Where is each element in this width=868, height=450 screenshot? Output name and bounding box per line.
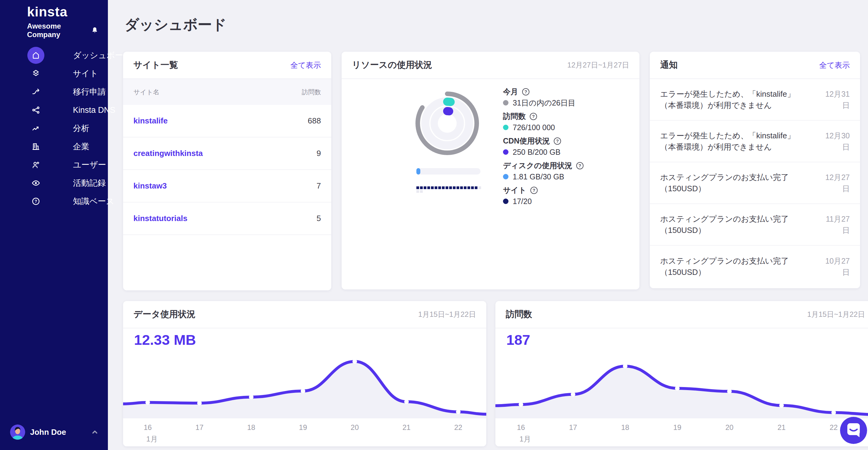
notification-text: エラーが発生したため、「kinstalife」（本番環境）が利用できません	[660, 88, 806, 111]
site-slot-segment	[475, 186, 477, 189]
data-usage-line-chart	[123, 354, 486, 418]
site-link[interactable]: kinstalife	[133, 116, 168, 126]
site-slot-segment	[416, 186, 419, 189]
sidebar-item-users[interactable]: ユーザー	[0, 156, 108, 174]
site-slot-segment	[457, 186, 459, 189]
add-user-icon	[28, 157, 44, 173]
notification-date: 11月27日	[822, 213, 850, 236]
table-row[interactable]: kinstalife 688	[123, 105, 331, 138]
stat-label: CDN使用状況	[503, 137, 550, 145]
notification-date: 12月31日	[822, 88, 850, 111]
site-list-header: サイト一覧 全て表示	[123, 52, 331, 79]
stat-label: 訪問数	[503, 112, 526, 121]
notification-text: ホスティングプランのお支払い完了（150USD）	[660, 172, 806, 194]
sidebar-item-dashboard[interactable]: ダッシュボード	[0, 46, 108, 64]
chevron-up-icon[interactable]	[90, 427, 99, 437]
stat-month: 今月 ? 31日の内の26日目	[503, 88, 584, 107]
site-visits: 5	[317, 214, 321, 223]
help-icon[interactable]: ?	[530, 113, 537, 120]
kinsta-logo: Kinsta	[27, 4, 67, 20]
notifications-bell-icon[interactable]	[91, 26, 99, 35]
table-row[interactable]: kinstatutorials 5	[123, 203, 331, 235]
resource-donut-chart	[414, 91, 480, 156]
x-axis-month-label: 1月	[146, 434, 157, 444]
legend-dot	[503, 174, 508, 179]
site-link[interactable]: kinstaw3	[133, 181, 167, 191]
site-slot-segment	[435, 186, 437, 189]
resource-stats: 今月 ? 31日の内の26日目 訪問数 ? 726/100 000	[503, 88, 584, 211]
legend-dot	[503, 100, 508, 106]
x-tick-label: 22	[454, 423, 462, 432]
data-usage-card: データ使用状況 1月15日~1月22日 12.33 MB 16171819202…	[123, 301, 486, 446]
user-name: John Doe	[30, 427, 66, 437]
notification-date: 12月30日	[822, 130, 850, 153]
view-all-sites-link[interactable]: 全て表示	[290, 60, 321, 70]
company-selector[interactable]: Awesome Company	[27, 22, 99, 39]
x-tick-label: 22	[830, 423, 838, 432]
help-icon[interactable]: ?	[576, 162, 584, 169]
site-visits: 688	[308, 116, 321, 126]
company-icon	[28, 139, 44, 154]
sidebar-item-sites[interactable]: サイト	[0, 64, 108, 83]
sidebar-item-migrations[interactable]: 移行申請	[0, 83, 108, 101]
x-tick-label: 21	[777, 423, 786, 432]
x-tick-label: 18	[621, 423, 629, 432]
list-item[interactable]: ホスティングプランのお支払い完了（150USD） 11月27日	[650, 204, 860, 246]
list-item[interactable]: ホスティングプランのお支払い完了（150USD） 10月27日	[650, 246, 860, 287]
list-item[interactable]: ホスティングプランのお支払い完了（150USD） 12月27日	[650, 162, 860, 204]
legend-dot	[503, 149, 508, 155]
help-icon[interactable]: ?	[530, 187, 538, 194]
activity-icon	[28, 175, 44, 191]
sidebar-item-kinsta-dns[interactable]: Kinsta DNS	[0, 101, 108, 119]
site-visits: 7	[317, 181, 321, 191]
notification-date: 12月27日	[822, 172, 850, 194]
intercom-chat-button[interactable]	[840, 417, 867, 444]
notification-date: 10月27日	[822, 256, 850, 278]
table-row[interactable]: kinstaw3 7	[123, 170, 331, 203]
help-icon[interactable]: ?	[522, 88, 529, 95]
view-all-notifications-link[interactable]: 全て表示	[819, 60, 850, 70]
sidebar-item-label: 移行申請	[73, 86, 106, 97]
sidebar-item-analytics[interactable]: 分析	[0, 119, 108, 138]
card-title: リソースの使用状況	[352, 59, 432, 71]
help-icon[interactable]: ?	[554, 138, 561, 145]
date-range: 1月15日~1月22日	[807, 309, 865, 319]
site-slot-segment	[467, 186, 470, 189]
stat-value: 31日の内の26日目	[513, 99, 576, 107]
user-menu[interactable]: John Doe	[0, 424, 108, 440]
avatar	[10, 424, 25, 440]
sidebar-item-company[interactable]: 企業	[0, 138, 108, 156]
x-tick-label: 16	[144, 423, 152, 432]
stat-label: サイト	[503, 186, 526, 194]
site-link[interactable]: kinstatutorials	[133, 214, 188, 223]
notification-text: ホスティングプランのお支払い完了（150USD）	[660, 213, 806, 236]
x-tick-label: 19	[673, 423, 681, 432]
disk-usage-bar	[416, 168, 480, 175]
site-link[interactable]: creatingwithkinsta	[133, 149, 203, 158]
site-slot-segment	[464, 186, 467, 189]
stat-value: 726/100 000	[513, 123, 555, 132]
resource-usage-header: リソースの使用状況 12月27日~1月27日	[342, 52, 640, 79]
stat-value: 250 B/200 GB	[513, 148, 560, 157]
sidebar-item-knowledge-base[interactable]: ? 知識ベース	[0, 192, 108, 210]
analytics-icon	[28, 120, 44, 136]
x-tick-label: 21	[402, 423, 411, 432]
site-slot-segment	[431, 186, 434, 189]
site-slot-segment	[445, 186, 448, 189]
column-visits: 訪問数	[302, 88, 321, 96]
sidebar-nav: ダッシュボード サイト 移行申請 Kinsta DNS	[0, 46, 108, 210]
sidebar: Kinsta Awesome Company ダッシュボード サイト	[0, 0, 108, 450]
table-row[interactable]: creatingwithkinsta 9	[123, 138, 331, 170]
sidebar-item-label: ダッシュボード	[73, 50, 132, 61]
list-item[interactable]: エラーが発生したため、「kinstalife」（本番環境）が利用できません 12…	[650, 121, 860, 162]
stat-visits: 訪問数 ? 726/100 000	[503, 112, 584, 132]
site-list-card: サイト一覧 全て表示 サイト名 訪問数 kinstalife 688 creat…	[123, 52, 331, 290]
stat-label: ディスクの使用状況	[503, 161, 572, 170]
visits-header: 訪問数 1月15日~1月22日	[495, 301, 868, 328]
resource-usage-card: リソースの使用状況 12月27日~1月27日 今月 ? 31日の内の26日目 訪…	[342, 52, 640, 290]
page-title: ダッシュボード	[125, 15, 227, 34]
sidebar-item-activity-log[interactable]: 活動記録	[0, 174, 108, 192]
sidebar-item-label: サイト	[73, 68, 98, 79]
list-item[interactable]: エラーが発生したため、「kinstalife」（本番環境）が利用できません 12…	[650, 79, 860, 121]
sidebar-item-label: 企業	[73, 141, 89, 152]
